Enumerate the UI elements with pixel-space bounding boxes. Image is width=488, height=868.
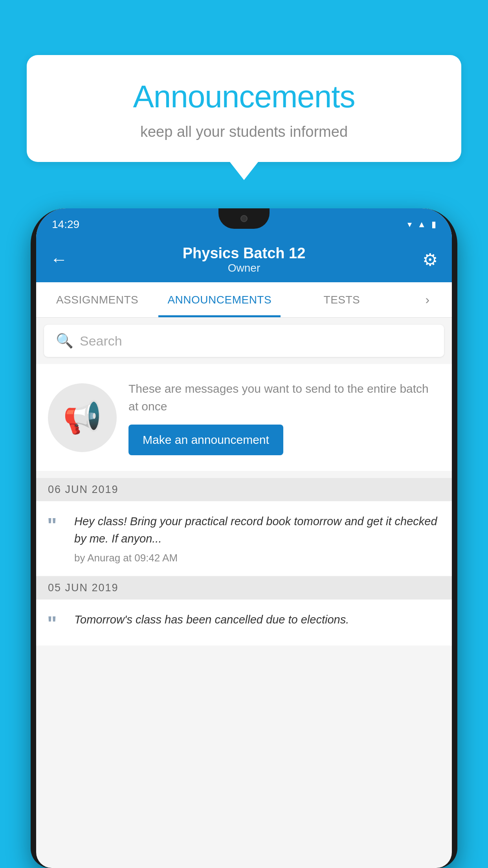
- date-separator-2: 05 JUN 2019: [36, 576, 452, 600]
- battery-icon: ▮: [431, 219, 436, 230]
- megaphone-icon: 📢: [63, 399, 102, 436]
- bubble-title: Announcements: [46, 79, 442, 115]
- app-bar-center: Physics Batch 12 Owner: [183, 245, 306, 274]
- settings-icon[interactable]: ⚙: [422, 250, 438, 270]
- status-time: 14:29: [52, 218, 79, 231]
- quote-icon-1: ": [47, 515, 65, 535]
- search-icon: 🔍: [56, 333, 73, 349]
- announcement-content-2: Tomorrow's class has been cancelled due …: [74, 611, 441, 633]
- speech-bubble: Announcements keep all your students inf…: [27, 55, 461, 162]
- tabs-bar: ASSIGNMENTS ANNOUNCEMENTS TESTS ›: [36, 282, 452, 318]
- status-icons: ▾ ▲ ▮: [407, 219, 436, 230]
- date-label-1: 06 JUN 2019: [48, 484, 119, 496]
- announcement-text-1: Hey class! Bring your practical record b…: [74, 513, 441, 547]
- phone-notch: [218, 208, 270, 229]
- promo-description: These are messages you want to send to t…: [128, 380, 440, 415]
- bubble-subtitle: keep all your students informed: [46, 123, 442, 140]
- promo-icon-circle: 📢: [48, 383, 117, 452]
- app-bar-title: Physics Batch 12: [183, 245, 306, 262]
- signal-icon: ▲: [417, 219, 426, 230]
- speech-bubble-section: Announcements keep all your students inf…: [27, 55, 461, 180]
- quote-icon-2: ": [47, 613, 65, 634]
- date-label-2: 05 JUN 2019: [48, 582, 119, 594]
- tab-assignments[interactable]: ASSIGNMENTS: [36, 282, 158, 317]
- tab-more[interactable]: ›: [403, 282, 452, 317]
- announcement-item-1[interactable]: " Hey class! Bring your practical record…: [36, 501, 452, 576]
- announcement-text-2: Tomorrow's class has been cancelled due …: [74, 611, 441, 629]
- tab-tests[interactable]: TESTS: [281, 282, 403, 317]
- app-bar-subtitle: Owner: [183, 262, 306, 274]
- promo-content: These are messages you want to send to t…: [128, 380, 440, 455]
- search-placeholder: Search: [80, 333, 122, 349]
- app-bar: ← Physics Batch 12 Owner ⚙: [36, 237, 452, 282]
- date-separator-1: 06 JUN 2019: [36, 478, 452, 501]
- tab-announcements[interactable]: ANNOUNCEMENTS: [158, 282, 281, 317]
- announcement-item-2[interactable]: " Tomorrow's class has been cancelled du…: [36, 600, 452, 645]
- phone-screen: 14:29 ▾ ▲ ▮ ← Physics Batch 12 Owner ⚙ A…: [36, 208, 452, 868]
- content-area: 🔍 Search 📢 These are messages you want t…: [36, 318, 452, 645]
- search-bar[interactable]: 🔍 Search: [44, 325, 444, 357]
- announcement-content-1: Hey class! Bring your practical record b…: [74, 513, 441, 564]
- wifi-icon: ▾: [407, 219, 412, 230]
- back-button[interactable]: ←: [50, 250, 68, 269]
- make-announcement-button[interactable]: Make an announcement: [128, 425, 283, 455]
- speech-bubble-tail: [230, 162, 258, 180]
- phone-frame: 14:29 ▾ ▲ ▮ ← Physics Batch 12 Owner ⚙ A…: [31, 208, 457, 868]
- camera-dot: [240, 215, 248, 222]
- promo-card: 📢 These are messages you want to send to…: [36, 364, 452, 471]
- announcement-meta-1: by Anurag at 09:42 AM: [74, 552, 178, 564]
